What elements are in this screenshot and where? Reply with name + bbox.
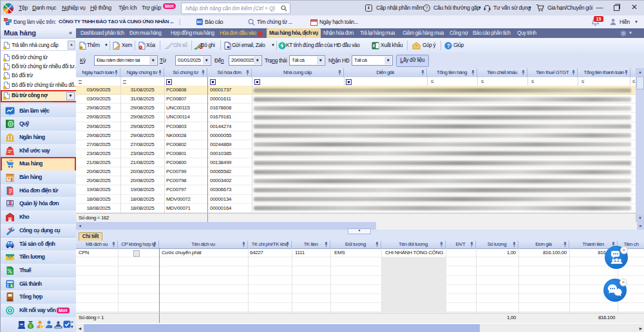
svg-text:?: ? [447, 42, 450, 49]
svg-text:?: ? [426, 6, 428, 10]
svg-text:$: $ [29, 324, 32, 329]
